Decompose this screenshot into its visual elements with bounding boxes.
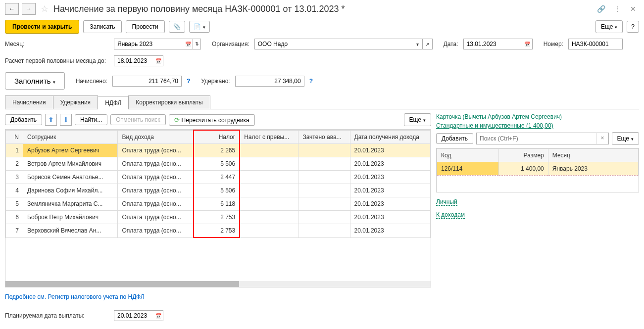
- date-input[interactable]: [463, 39, 523, 49]
- cell-exc: [240, 197, 298, 211]
- cell-n: 5: [6, 197, 23, 211]
- cell-n: 7: [6, 224, 23, 238]
- tab-accruals[interactable]: Начисления: [5, 95, 53, 109]
- cell-type: Оплата труда (осно...: [118, 157, 194, 171]
- more-button[interactable]: Еще▾: [595, 20, 623, 33]
- table-row[interactable]: 1Арбузов Артем СергеевичОплата труда (ос…: [6, 144, 431, 157]
- calc-until-label: Расчет первой половины месяца до:: [5, 57, 109, 64]
- add-row-button[interactable]: Добавить: [5, 114, 42, 125]
- month-spinner[interactable]: ⇅: [193, 39, 201, 49]
- col-income-date[interactable]: Дата получения дохода: [350, 130, 430, 144]
- cell-exc: [240, 224, 298, 238]
- table-row[interactable]: 6Бобров Петр МихайловичОплата труда (осн…: [6, 211, 431, 224]
- cell-adv: [298, 184, 350, 197]
- plan-date-input[interactable]: [114, 310, 153, 321]
- r-col-month[interactable]: Месяц: [548, 149, 638, 162]
- withheld-input[interactable]: [235, 76, 304, 87]
- refresh-icon: ⟳: [174, 116, 180, 124]
- org-label: Организация:: [212, 41, 249, 47]
- withheld-help-icon[interactable]: ?: [309, 78, 313, 85]
- link-icon[interactable]: 🔗: [594, 5, 608, 13]
- number-input[interactable]: [568, 39, 623, 49]
- cell-employee: Верховский Вячеслав Ан...: [23, 224, 118, 238]
- cell-n: 2: [6, 157, 23, 171]
- cell-adv: [298, 211, 350, 224]
- nav-back-button[interactable]: ←: [5, 3, 19, 15]
- panel-more-button[interactable]: Еще▾: [404, 113, 431, 126]
- number-label: Номер:: [544, 41, 563, 47]
- tab-ndfl[interactable]: НДФЛ: [98, 96, 129, 109]
- col-n[interactable]: N: [6, 130, 23, 144]
- cell-n: 1: [6, 144, 23, 157]
- find-button[interactable]: Найти...: [75, 114, 107, 125]
- r-search-clear-icon[interactable]: ×: [596, 133, 608, 144]
- r-col-code[interactable]: Код: [437, 149, 499, 162]
- cell-exc: [240, 171, 298, 184]
- close-icon[interactable]: ✕: [627, 5, 639, 13]
- save-button[interactable]: Записать: [83, 20, 121, 33]
- cell-type: Оплата труда (осно...: [118, 197, 194, 211]
- accrued-input[interactable]: [112, 76, 182, 87]
- personal-link[interactable]: Личный: [436, 198, 457, 206]
- col-tax-excess[interactable]: Налог с превы...: [240, 130, 298, 144]
- help-button[interactable]: ?: [627, 21, 639, 33]
- cell-employee: Ветров Артем Михайлович: [23, 157, 118, 171]
- recalc-button[interactable]: ⟳Пересчитать сотрудника: [169, 114, 255, 126]
- cell-n: 3: [6, 171, 23, 184]
- col-employee[interactable]: Сотрудник: [23, 130, 118, 144]
- nav-forward-button[interactable]: →: [22, 3, 36, 15]
- tax-register-link[interactable]: Подробнее см. Регистр налогового учета п…: [5, 293, 145, 300]
- submit-close-button[interactable]: Провести и закрыть: [5, 20, 79, 34]
- org-input[interactable]: [254, 39, 413, 49]
- month-input[interactable]: [114, 39, 183, 49]
- more-icon[interactable]: ⋮: [611, 5, 624, 13]
- month-calendar-icon[interactable]: 📅: [183, 39, 193, 49]
- deduction-row[interactable]: 126/114 1 400,00 Январь 2023: [437, 162, 639, 176]
- to-income-link[interactable]: К доходам: [436, 211, 465, 219]
- report-button[interactable]: 📄▾: [189, 21, 210, 33]
- cell-date: 20.01.2023: [350, 211, 430, 224]
- r-col-size[interactable]: Размер: [498, 149, 548, 162]
- col-advance[interactable]: Зачтено ава...: [298, 130, 350, 144]
- cell-exc: [240, 144, 298, 157]
- move-down-button[interactable]: ⬇: [60, 114, 72, 126]
- std-deductions-link[interactable]: Стандартные и имущественные (1 400,00): [436, 122, 553, 129]
- cancel-search-button[interactable]: Отменить поиск: [110, 114, 165, 125]
- org-dropdown-icon[interactable]: ▾: [413, 39, 423, 49]
- r-search-input[interactable]: [477, 133, 596, 144]
- attach-button[interactable]: 📎: [169, 21, 185, 33]
- fill-button[interactable]: Заполнить▾: [5, 72, 65, 90]
- date-calendar-icon[interactable]: 📅: [523, 39, 533, 49]
- calc-until-calendar-icon[interactable]: 📅: [153, 55, 163, 66]
- submit-button[interactable]: Провести: [126, 20, 165, 33]
- cell-n: 6: [6, 211, 23, 224]
- table-row[interactable]: 7Верховский Вячеслав Ан...Оплата труда (…: [6, 224, 431, 238]
- move-up-button[interactable]: ⬆: [45, 114, 57, 126]
- cell-date: 20.01.2023: [350, 144, 430, 157]
- tab-corrections[interactable]: Корректировки выплаты: [128, 95, 210, 109]
- r-more-button[interactable]: Еще▾: [612, 132, 639, 145]
- r-add-button[interactable]: Добавить: [436, 133, 473, 144]
- cell-type: Оплата труда (осно...: [118, 171, 194, 184]
- date-label: Дата:: [444, 41, 458, 47]
- cell-exc: [240, 184, 298, 197]
- org-open-icon[interactable]: ↗: [423, 39, 433, 49]
- tab-deductions[interactable]: Удержания: [53, 95, 99, 109]
- favorite-icon[interactable]: ☆: [41, 3, 49, 14]
- table-row[interactable]: 2Ветров Артем МихайловичОплата труда (ос…: [6, 157, 431, 171]
- table-row[interactable]: 3Борисов Семен Анатолье...Оплата труда (…: [6, 171, 431, 184]
- cell-exc: [240, 211, 298, 224]
- accrued-help-icon[interactable]: ?: [187, 78, 190, 85]
- table-row[interactable]: 4Даринова София Михайл...Оплата труда (о…: [6, 184, 431, 197]
- h-scrollbar[interactable]: [5, 281, 431, 287]
- deductions-table: Код Размер Месяц 126/114 1 400,00 Январь…: [437, 148, 639, 176]
- cell-adv: [298, 157, 350, 171]
- r-cell-size: 1 400,00: [498, 162, 548, 176]
- cell-date: 20.01.2023: [350, 224, 430, 238]
- calc-until-input[interactable]: [114, 55, 153, 66]
- table-row[interactable]: 5Земляничка Маргарита С...Оплата труда (…: [6, 197, 431, 211]
- cell-tax: 5 506: [194, 184, 240, 197]
- col-tax[interactable]: Налог: [194, 130, 240, 144]
- plan-date-calendar-icon[interactable]: 📅: [153, 310, 163, 321]
- col-income-type[interactable]: Вид дохода: [118, 130, 194, 144]
